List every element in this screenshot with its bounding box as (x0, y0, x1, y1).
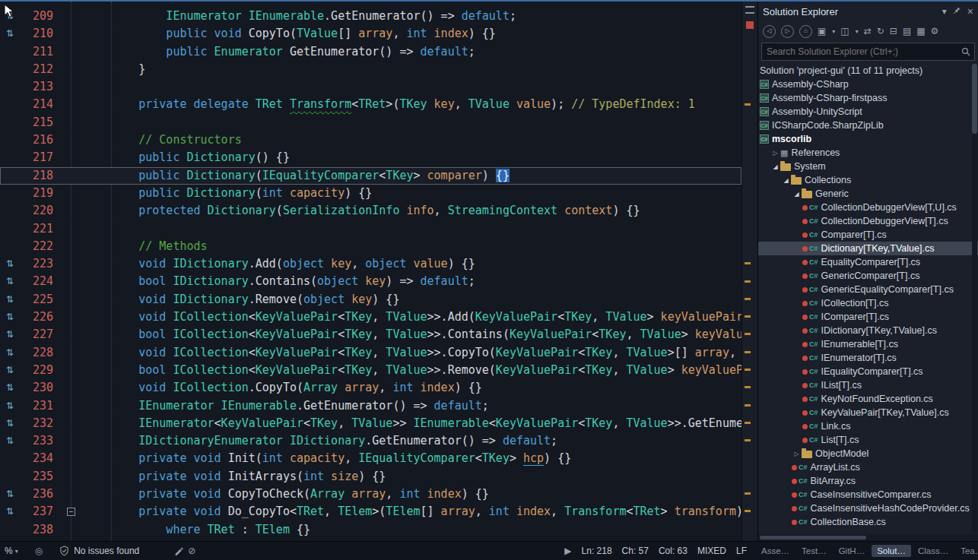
tree-item[interactable]: C#ICollection[T].cs (758, 296, 978, 310)
tree-item[interactable]: ▷▦References (758, 146, 978, 160)
implementation-arrows-icon[interactable]: ⇅ (2, 326, 17, 343)
fold-collapse-icon[interactable]: − (67, 508, 75, 516)
code-line-228[interactable]: ⇅228void ICollection<KeyValuePair<TKey, … (0, 344, 741, 362)
tree-item[interactable]: C#mscorlib (758, 132, 978, 146)
column-indicator[interactable]: Col: 63 (659, 546, 687, 556)
tool-tab-5[interactable]: Class… (913, 545, 954, 557)
properties-icon[interactable]: ▦ (916, 27, 925, 36)
code-line-234[interactable]: 234private void Init(int capacity, IEqua… (0, 450, 741, 467)
zoom-control[interactable]: % ▾ (5, 546, 18, 556)
tree-item[interactable]: ◢System (758, 160, 978, 173)
code-line-226[interactable]: ⇅226void ICollection<KeyValuePair<TKey, … (0, 308, 741, 326)
code-line-238[interactable]: 238where TRet : TElem {} (0, 521, 741, 539)
code-editor[interactable]: ⇅209IEnumerator IEnumerable.GetEnumerato… (0, 2, 741, 541)
code-line-227[interactable]: ⇅227bool ICollection<KeyValuePair<TKey, … (0, 326, 741, 343)
tree-item[interactable]: C#IList[T].cs (758, 378, 978, 392)
tree-item[interactable]: C#IDictionary[TKey,TValue].cs (758, 324, 978, 337)
code-line-214[interactable]: 214private delegate TRet Transform<TRet>… (0, 96, 741, 113)
code-line-220[interactable]: 220protected Dictionary(SerializationInf… (0, 202, 741, 220)
expanded-arrow-icon[interactable]: ◢ (770, 163, 780, 170)
sync-with-active-document-icon[interactable]: ⇄ (864, 27, 872, 36)
tree-item[interactable]: C#ArrayList.cs (758, 460, 978, 474)
tree-item[interactable]: C#Assembly-UnityScript (758, 105, 978, 119)
code-line-236[interactable]: ⇅236private void CopyToCheck(Array array… (0, 486, 741, 503)
tool-tab-1[interactable]: Asse… (756, 545, 795, 557)
forward-icon[interactable]: ▷ (781, 25, 794, 38)
implementation-arrows-icon[interactable]: ⇅ (2, 503, 17, 520)
code-line-231[interactable]: ⇅231IEnumerator IEnumerable.GetEnumerato… (0, 397, 741, 415)
tree-item[interactable]: C#GenericEqualityComparer[T].cs (758, 283, 978, 296)
close-icon[interactable]: × (967, 5, 973, 17)
tree-item[interactable]: C#ICSharpCode.SharpZipLib (758, 119, 978, 132)
tree-item[interactable]: C#GenericComparer[T].cs (758, 269, 978, 283)
expanded-arrow-icon[interactable]: ◢ (781, 177, 791, 184)
implementation-arrows-icon[interactable]: ⇅ (2, 486, 17, 503)
code-line-229[interactable]: ⇅229bool ICollection<KeyValuePair<TKey, … (0, 362, 741, 379)
pin-icon[interactable] (953, 6, 961, 17)
tree-item[interactable]: ◢Collections (758, 173, 978, 187)
code-line-221[interactable]: 221 (0, 220, 741, 238)
tree-item[interactable]: C#IEnumerator[T].cs (758, 351, 978, 365)
expanded-arrow-icon[interactable]: ◢ (792, 191, 802, 198)
tree-item[interactable]: C#CaseInsensitiveHashCodeProvider.cs (758, 501, 978, 515)
code-line-233[interactable]: ⇅233IDictionaryEnumerator IDictionary.Ge… (0, 432, 741, 450)
code-line-223[interactable]: ⇅223void IDictionary.Add(object key, obj… (0, 255, 741, 273)
code-line-212[interactable]: 212} (0, 61, 741, 78)
implementation-arrows-icon[interactable]: ⇅ (2, 255, 17, 273)
indent-mode[interactable]: MIXED (697, 546, 726, 556)
issues-status[interactable]: No issues found (74, 546, 139, 556)
back-icon[interactable]: ◁ (763, 25, 776, 38)
implementation-arrows-icon[interactable]: ⇅ (2, 273, 17, 290)
code-line-235[interactable]: 235private void InitArrays(int size) {} (0, 468, 741, 486)
tree-item[interactable]: C#Dictionary[TKey,TValue].cs (758, 242, 978, 255)
tree-item[interactable]: C#Assembly-CSharp-firstpass (758, 91, 978, 105)
tree-item[interactable]: C#KeyNotFoundException.cs (758, 392, 978, 406)
implementation-arrows-icon[interactable]: ⇅ (2, 379, 17, 397)
code-analysis-shield-icon[interactable] (59, 546, 69, 556)
tree-item[interactable]: C#CollectionDebuggerView[T].cs (758, 214, 978, 228)
pending-changes-filter-icon[interactable]: ◫ (840, 27, 849, 36)
tree-item[interactable]: ◢Generic (758, 187, 978, 201)
code-line-217[interactable]: 217public Dictionary() {} (0, 149, 741, 166)
code-line-222[interactable]: 222// Methods (0, 238, 741, 255)
collapsed-arrow-icon[interactable]: ▷ (770, 150, 780, 157)
code-line-216[interactable]: 216// Constructors (0, 131, 741, 149)
line-ending[interactable]: LF (736, 546, 747, 556)
splitter-grip-icon[interactable] (745, 6, 754, 14)
caret-right-icon[interactable]: ▶ (564, 546, 571, 556)
implementation-arrows-icon[interactable]: ⇅ (2, 25, 17, 43)
code-line-237[interactable]: ⇅237−private void Do_CopyTo<TRet, TElem>… (0, 503, 741, 520)
implementation-arrows-icon[interactable]: ⇅ (2, 362, 17, 379)
pencil-icon[interactable] (174, 546, 183, 555)
scrollbar-thumb[interactable] (760, 536, 866, 539)
tree-item[interactable]: C#IComparer[T].cs (758, 310, 978, 324)
tree-horizontal-scrollbar[interactable] (758, 534, 978, 541)
code-line-225[interactable]: ⇅225void IDictionary.Remove(object key) … (0, 291, 741, 308)
editor-scrollbar[interactable] (741, 2, 757, 541)
tool-tab-3[interactable]: GitH… (834, 545, 871, 557)
code-line-215[interactable]: 215 (0, 114, 741, 131)
show-all-files-icon[interactable]: ▤ (903, 27, 911, 36)
tree-item[interactable]: C#Assembly-CSharp (758, 78, 978, 91)
tree-item[interactable]: Solution 'project-gui' (11 of 11 project… (758, 64, 978, 78)
code-line-232[interactable]: ⇅232IEnumerator<KeyValuePair<TKey, TValu… (0, 415, 741, 432)
search-box[interactable] (761, 43, 975, 61)
window-position-icon[interactable]: ▾ (942, 6, 947, 17)
tool-tab-4[interactable]: Solut… (872, 545, 911, 557)
tree-item[interactable]: C#CaseInsensitiveComparer.cs (758, 488, 978, 501)
tree-item[interactable]: ▷ObjectModel (758, 447, 978, 460)
tree-item[interactable]: C#BitArray.cs (758, 474, 978, 488)
char-indicator[interactable]: Ch: 57 (622, 546, 649, 556)
collapse-all-icon[interactable]: ⊟ (890, 27, 897, 36)
notifications-icon[interactable]: ◎ (35, 546, 43, 556)
implementation-arrows-icon[interactable]: ⇅ (2, 308, 17, 326)
line-indicator[interactable]: Ln: 218 (582, 546, 612, 556)
tree-item[interactable]: C#KeyValuePair[TKey,TValue].cs (758, 406, 978, 419)
code-line-213[interactable]: 213 (0, 78, 741, 96)
tree-item[interactable]: C#CollectionBase.cs (758, 515, 978, 529)
code-line-209[interactable]: ⇅209IEnumerator IEnumerable.GetEnumerato… (0, 8, 741, 25)
code-line-239[interactable]: 239private static KeyValuePair<TKey, TVa… (0, 539, 741, 541)
search-icon[interactable] (957, 47, 974, 56)
tree-vertical-scrollbar[interactable] (972, 64, 977, 532)
tree-item[interactable]: C#CollectionDebuggerView[T,U].cs (758, 201, 978, 214)
